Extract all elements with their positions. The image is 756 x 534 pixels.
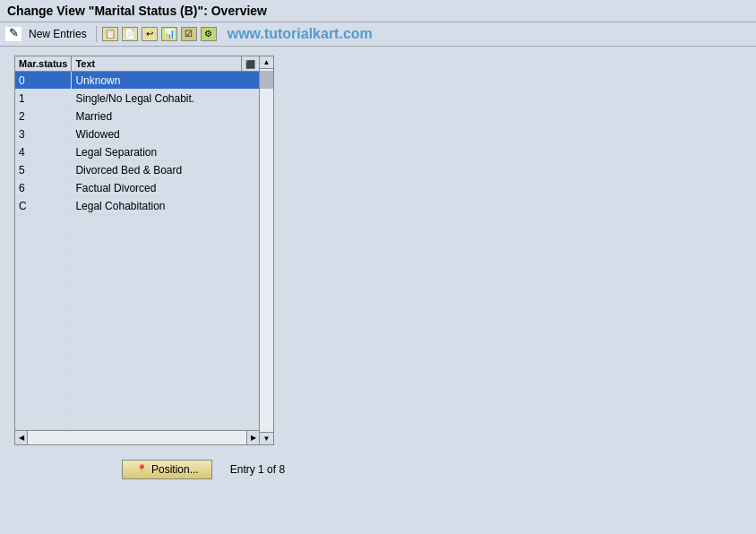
position-button[interactable]: 📍 Position... <box>122 460 212 479</box>
hscroll-track[interactable] <box>28 431 246 444</box>
table-row-empty <box>15 287 259 305</box>
settings-icon: ⬛ <box>245 60 255 69</box>
cell-status: 5 <box>15 161 72 179</box>
table-scroll-wrapper: Mar.status Text ⬛ 0Unknown1Single/No Leg… <box>14 56 274 445</box>
position-btn-label: Position... <box>151 463 199 476</box>
toolbar-separator-1 <box>96 26 97 42</box>
cell-status: 2 <box>15 108 72 125</box>
table-header-row: Mar.status Text ⬛ <box>15 56 259 72</box>
vscroll-down-btn[interactable]: ▼ <box>260 432 273 444</box>
col-header-text: Text <box>72 56 242 72</box>
bottom-area: 📍 Position... Entry 1 of 8 <box>14 460 742 479</box>
hscroll-left-btn[interactable]: ◀ <box>15 431 28 444</box>
vscroll-thumb[interactable] <box>260 71 273 89</box>
table-row[interactable]: 0Unknown <box>15 72 259 90</box>
vscroll-track[interactable] <box>260 69 273 432</box>
table-row-empty <box>15 323 259 340</box>
col-header-status: Mar.status <box>15 56 72 72</box>
cell-text: Single/No Legal Cohabit. <box>72 90 259 108</box>
table-row[interactable]: 1Single/No Legal Cohabit. <box>15 90 259 108</box>
table-inner: Mar.status Text ⬛ 0Unknown1Single/No Leg… <box>15 56 259 444</box>
table-body: 0Unknown1Single/No Legal Cohabit.2Marrie… <box>15 72 259 430</box>
page-title: Change View "Marital Status (B)": Overvi… <box>7 4 267 18</box>
table-row-empty <box>15 394 259 412</box>
cell-text: Unknown <box>72 72 259 90</box>
new-entries-label: New Entries <box>29 28 87 40</box>
paste-icon[interactable]: 📄 <box>122 27 138 41</box>
table-row[interactable]: CLegal Cohabitation <box>15 197 259 215</box>
table-row[interactable]: 2Married <box>15 108 259 125</box>
undo-icon[interactable]: ↩ <box>142 27 158 41</box>
details-icon[interactable]: 📊 <box>161 27 177 41</box>
cell-status: 0 <box>15 72 72 90</box>
select-icon[interactable]: ☑ <box>181 27 197 41</box>
copy-icon[interactable]: 📋 <box>102 27 118 41</box>
title-bar: Change View "Marital Status (B)": Overvi… <box>0 0 756 22</box>
table-row-empty <box>15 340 259 358</box>
cell-status: 3 <box>15 125 72 143</box>
data-table: Mar.status Text ⬛ 0Unknown1Single/No Leg… <box>15 56 259 430</box>
cell-status: C <box>15 197 72 215</box>
config-icon[interactable]: ⚙ <box>201 27 217 41</box>
table-row-empty <box>15 358 259 376</box>
new-entries-button[interactable]: New Entries <box>25 26 90 42</box>
hscroll-row: ◀ ▶ <box>15 430 259 444</box>
table-row-empty <box>15 305 259 323</box>
cell-status: 6 <box>15 179 72 197</box>
cell-text: Factual Divorced <box>72 179 259 197</box>
table-row[interactable]: 5Divorced Bed & Board <box>15 161 259 179</box>
cell-status: 4 <box>15 143 72 161</box>
table-row-empty <box>15 376 259 394</box>
table-row[interactable]: 4Legal Separation <box>15 143 259 161</box>
table-row-empty <box>15 215 259 233</box>
toolbar: ✎ New Entries 📋 📄 ↩ 📊 ☑ ⚙ www.tutorialka… <box>0 22 756 47</box>
cursor-icon: ✎ <box>5 27 21 41</box>
table-row-empty <box>15 233 259 251</box>
vscroll: ▲ ▼ <box>259 56 273 444</box>
table-row-empty <box>15 412 259 430</box>
cell-status: 1 <box>15 90 72 108</box>
cell-text: Legal Cohabitation <box>72 197 259 215</box>
vscroll-up-btn[interactable]: ▲ <box>260 56 273 69</box>
table-row[interactable]: 3Widowed <box>15 125 259 143</box>
cell-text: Married <box>72 108 259 125</box>
cell-text: Legal Separation <box>72 143 259 161</box>
table-row-empty <box>15 269 259 287</box>
hscroll-right-btn[interactable]: ▶ <box>246 431 259 444</box>
watermark: www.tutorialkart.com <box>228 26 373 42</box>
table-row[interactable]: 6Factual Divorced <box>15 179 259 197</box>
cell-text: Divorced Bed & Board <box>72 161 259 179</box>
cell-text: Widowed <box>72 125 259 143</box>
table-row-empty <box>15 251 259 269</box>
entry-info: Entry 1 of 8 <box>230 463 285 476</box>
col-header-icon[interactable]: ⬛ <box>242 56 260 72</box>
position-icon: 📍 <box>135 464 148 475</box>
main-content: Mar.status Text ⬛ 0Unknown1Single/No Leg… <box>0 47 756 488</box>
